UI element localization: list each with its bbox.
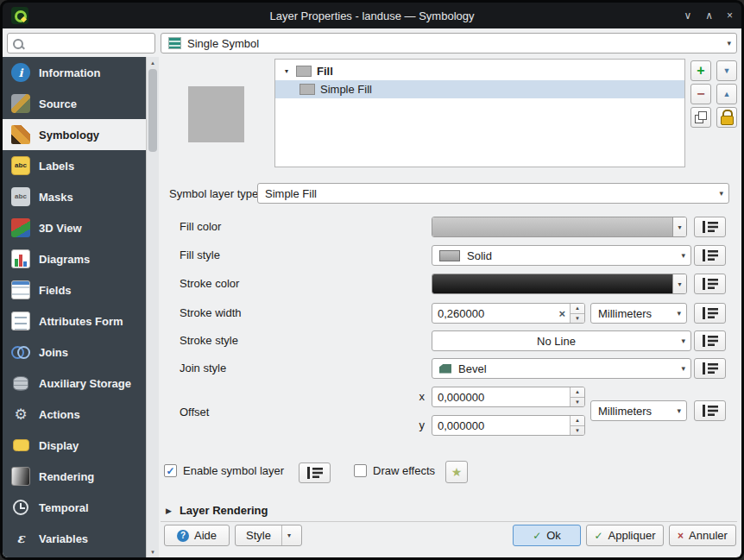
sidebar-item-source[interactable]: Source — [3, 88, 146, 119]
sidebar-item-label: 3D View — [39, 222, 82, 235]
sidebar-item-symbology[interactable]: Symbology — [3, 119, 146, 150]
checkbox-checked-icon[interactable]: ✓ — [164, 464, 177, 477]
sidebar-search[interactable] — [7, 33, 155, 53]
apply-check-icon: ✓ — [595, 530, 603, 542]
scroll-down-icon[interactable]: ▼ — [147, 546, 159, 557]
offset-x-spinbox[interactable]: ▲ ▼ — [432, 387, 585, 407]
join-style-combo[interactable]: Bevel ▾ — [432, 358, 691, 379]
offset-label: Offset — [180, 406, 209, 419]
bevel-join-icon — [439, 364, 451, 374]
close-icon[interactable]: × — [727, 9, 733, 22]
maximize-icon[interactable]: ∧ — [705, 9, 713, 22]
draw-effects-checkbox[interactable]: Draw effects — [354, 464, 435, 477]
stroke-color-button[interactable]: ▾ — [432, 274, 687, 294]
spin-up-icon[interactable]: ▲ — [571, 416, 584, 425]
data-defined-icon — [702, 335, 719, 347]
stroke-style-combo[interactable]: No Line ▾ — [432, 330, 691, 351]
sidebar-item-rendering[interactable]: Rendering — [3, 461, 146, 492]
cancel-button[interactable]: × Annuler — [669, 525, 736, 546]
duplicate-symbol-layer-button[interactable] — [690, 107, 711, 128]
lock-colors-button[interactable] — [716, 107, 737, 128]
stroke-width-unit-combo[interactable]: Millimeters ▾ — [590, 303, 687, 324]
offset-x-input[interactable] — [432, 391, 570, 404]
sidebar-item-masks[interactable]: abcMasks — [3, 181, 146, 212]
offset-override-button[interactable] — [694, 400, 726, 421]
add-symbol-layer-button[interactable]: + — [690, 60, 711, 81]
temporal-icon — [11, 498, 30, 517]
checkbox-unchecked-icon[interactable] — [354, 464, 367, 477]
sidebar-item-actions[interactable]: ⚙Actions — [3, 399, 146, 430]
sidebar-item-temporal[interactable]: Temporal — [3, 492, 146, 523]
clear-icon[interactable]: × — [554, 307, 570, 320]
expander-collapsed-icon[interactable]: ▶ — [166, 507, 172, 515]
offset-unit-combo[interactable]: Millimeters ▾ — [590, 400, 687, 421]
fill-color-button[interactable]: ▾ — [432, 217, 687, 237]
join-style-override-button[interactable] — [694, 358, 726, 379]
symbol-type-combo[interactable]: Single Symbol ▾ — [161, 33, 737, 53]
fill-color-override-button[interactable] — [694, 217, 726, 237]
effects-button[interactable]: ★ — [445, 461, 468, 483]
sidebar-item-auxiliary-storage[interactable]: Auxiliary Storage — [3, 368, 146, 399]
check-icon: ✓ — [166, 465, 174, 477]
abc-glyph: abc — [15, 193, 27, 200]
information-icon: i — [11, 63, 30, 82]
symbol-layer-type-combo[interactable]: Simple Fill ▾ — [257, 183, 729, 204]
stroke-color-label: Stroke color — [180, 277, 239, 291]
enable-symbol-layer-override-button[interactable] — [299, 462, 331, 483]
sidebar-scrollbar[interactable]: ▲ ▼ — [146, 57, 159, 557]
ok-button[interactable]: ✓ Ok — [513, 525, 581, 546]
scrollbar-thumb[interactable] — [148, 69, 157, 152]
scroll-up-icon[interactable]: ▲ — [147, 57, 159, 68]
tree-item-simple-fill[interactable]: Simple Fill — [275, 80, 684, 98]
stroke-width-input[interactable] — [432, 307, 554, 320]
tree-item-fill[interactable]: ▾ Fill — [275, 62, 684, 80]
style-button[interactable]: Style ▾ — [235, 525, 302, 546]
spin-down-icon[interactable]: ▼ — [571, 397, 584, 407]
chevron-down-icon[interactable]: ▾ — [672, 274, 686, 293]
sidebar-item-joins[interactable]: Joins — [3, 337, 146, 368]
symbol-layer-type-value: Simple Fill — [265, 187, 317, 200]
symbology-icon — [11, 125, 30, 144]
sidebar-item-attributes-form[interactable]: Attributes Form — [3, 305, 146, 337]
sidebar-item-3d-view[interactable]: 3D View — [3, 212, 146, 243]
offset-y-spinbox[interactable]: ▲ ▼ — [432, 415, 585, 436]
sidebar-item-information[interactable]: iInformation — [3, 57, 146, 88]
layer-rendering-section[interactable]: ▶ Layer Rendering — [166, 504, 268, 517]
spin-down-icon[interactable]: ▼ — [571, 425, 584, 436]
fill-swatch — [296, 66, 312, 77]
move-up-button[interactable]: ▲ — [716, 84, 737, 104]
offset-y-input[interactable] — [432, 419, 570, 432]
sidebar-item-labels[interactable]: abcLabels — [3, 150, 146, 181]
spin-down-icon[interactable]: ▼ — [571, 313, 584, 324]
sidebar-item-label: Rendering — [39, 470, 94, 483]
spin-up-icon[interactable]: ▲ — [571, 304, 584, 313]
stroke-color-override-button[interactable] — [694, 274, 726, 294]
stroke-width-stepper[interactable]: ▲ ▼ — [570, 304, 584, 323]
ok-button-label: Ok — [546, 529, 561, 542]
sidebar-item-diagrams[interactable]: Diagrams — [3, 243, 146, 274]
fill-style-combo[interactable]: Solid ▾ — [432, 245, 691, 266]
style-dropdown-arrow[interactable]: ▾ — [281, 525, 291, 545]
chevron-down-icon[interactable]: ▾ — [672, 217, 686, 236]
stroke-style-override-button[interactable] — [694, 330, 726, 351]
sidebar-item-fields[interactable]: Fields — [3, 274, 146, 305]
move-down-button[interactable]: ▼ — [716, 60, 737, 81]
sidebar-item-display[interactable]: Display — [3, 430, 146, 461]
expander-icon[interactable]: ▾ — [282, 67, 291, 75]
enable-symbol-layer-checkbox[interactable]: ✓ Enable symbol layer — [164, 464, 284, 477]
minimize-icon[interactable]: ∨ — [684, 9, 691, 22]
fill-style-override-button[interactable] — [694, 245, 726, 266]
search-input[interactable] — [28, 36, 144, 51]
offset-x-stepper[interactable]: ▲ ▼ — [570, 387, 584, 406]
help-button[interactable]: ? Aide — [164, 525, 230, 546]
stroke-width-spinbox[interactable]: × ▲ ▼ — [432, 303, 585, 324]
plus-icon: + — [697, 64, 704, 78]
sidebar-item-variables[interactable]: εVariables — [3, 523, 146, 554]
apply-button[interactable]: ✓ Appliquer — [586, 525, 664, 546]
spin-up-icon[interactable]: ▲ — [571, 387, 584, 397]
stroke-width-override-button[interactable] — [694, 303, 726, 324]
symbol-layer-type-label: Symbol layer type — [169, 187, 258, 201]
offset-y-stepper[interactable]: ▲ ▼ — [570, 416, 584, 435]
titlebar[interactable]: Layer Properties - landuse — Symbology ∨… — [3, 3, 741, 28]
remove-symbol-layer-button[interactable]: − — [690, 84, 711, 104]
